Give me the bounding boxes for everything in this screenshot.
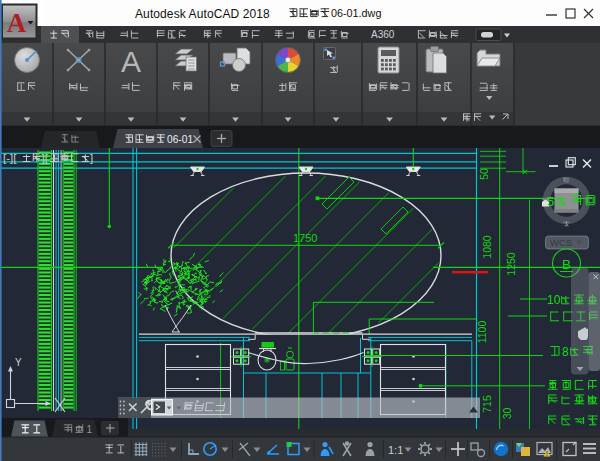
svg-text:1100: 1100 [476, 321, 488, 344]
svg-text:]: ] [90, 152, 93, 164]
svg-text:06-01: 06-01 [167, 134, 193, 145]
svg-text:1: 1 [87, 424, 93, 435]
svg-text:A: A [7, 8, 27, 38]
svg-text:1:1: 1:1 [388, 444, 403, 456]
svg-text:06-01.dwg: 06-01.dwg [331, 7, 381, 19]
svg-text:B: B [562, 257, 571, 272]
svg-text:1250: 1250 [505, 252, 517, 276]
svg-text:Y: Y [15, 357, 22, 368]
svg-text:1750: 1750 [293, 232, 317, 244]
svg-text:WCS: WCS [550, 237, 572, 248]
svg-text:715: 715 [481, 395, 493, 413]
svg-text:][: ][ [42, 152, 49, 164]
svg-text:10: 10 [547, 293, 561, 307]
svg-text:1080: 1080 [481, 235, 493, 259]
svg-text:A: A [121, 45, 141, 78]
svg-text:!: ! [546, 450, 548, 457]
svg-text:8: 8 [562, 345, 569, 359]
svg-text:50: 50 [478, 168, 490, 180]
svg-text:[-][: [-][ [3, 152, 17, 164]
svg-text:Autodesk AutoCAD 2018: Autodesk AutoCAD 2018 [135, 7, 270, 21]
svg-text:5: 5 [547, 194, 554, 209]
svg-text:A360: A360 [371, 29, 395, 40]
svg-text:30: 30 [501, 408, 513, 420]
